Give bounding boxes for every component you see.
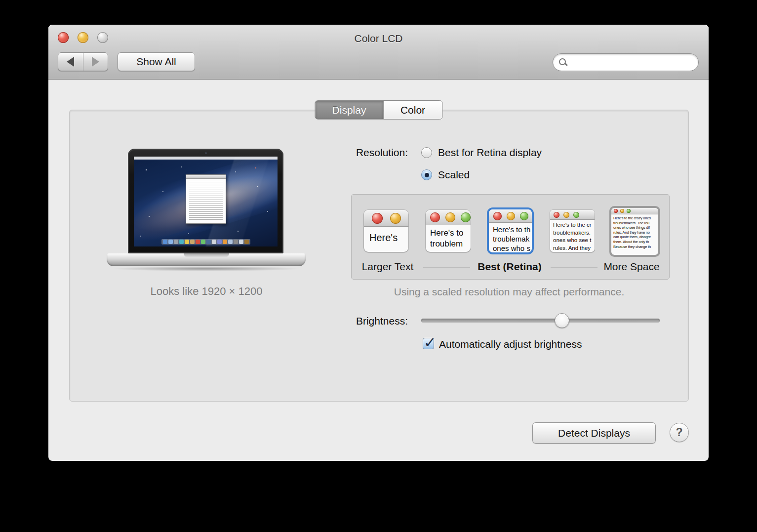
checkmark-icon: ✓: [424, 334, 436, 351]
thumb-titlebar: [550, 210, 595, 220]
back-button[interactable]: [58, 53, 83, 71]
camera-dot-icon: [205, 152, 207, 154]
brightness-slider[interactable]: [421, 313, 660, 328]
thumb-titlebar: [611, 208, 658, 214]
desktop-background: Color LCD Show All Display Color: [0, 0, 757, 532]
thumb-titlebar: [426, 210, 471, 225]
radio-best-for-retina[interactable]: [421, 147, 432, 158]
titlebar: Color LCD Show All: [48, 25, 709, 80]
mini-window-titlebar: [186, 175, 226, 179]
help-button[interactable]: ?: [670, 423, 689, 442]
label-divider: [423, 267, 470, 268]
radio-scaled[interactable]: [421, 169, 432, 180]
brightness-knob[interactable]: [555, 313, 569, 328]
show-all-button[interactable]: Show All: [118, 52, 195, 71]
laptop-base: [107, 253, 306, 266]
best-retina-label: Best (Retina): [465, 261, 554, 273]
more-space-label: More Space: [587, 261, 676, 273]
auto-brightness-checkbox[interactable]: ✓: [423, 338, 434, 349]
thumb-titlebar: [364, 210, 408, 227]
tab-display[interactable]: Display: [315, 101, 383, 119]
radio-scaled-label: Scaled: [438, 169, 470, 181]
detect-displays-button[interactable]: Detect Displays: [532, 422, 656, 444]
scaled-option-more-space[interactable]: Here's to the crazy ones troublemakers. …: [609, 206, 660, 257]
auto-brightness-label: Automatically adjust brightness: [439, 338, 582, 350]
radio-row-scaled: Scaled: [421, 169, 470, 181]
brightness-track[interactable]: [421, 319, 660, 323]
scaled-option-larger-text[interactable]: Here's: [364, 210, 408, 252]
thumb-titlebar: [489, 209, 532, 223]
tab-bar: Display Color: [315, 100, 442, 120]
scaled-option-2[interactable]: Here's to troublem: [426, 210, 471, 252]
color-lcd-preferences-window: Color LCD Show All Display Color: [48, 25, 709, 461]
scaled-options-box: Here's Here's to troublem Here's to th t: [351, 194, 670, 280]
forward-button[interactable]: [83, 53, 108, 71]
looks-like-label: Looks like 1920 × 1200: [108, 285, 305, 298]
label-divider: [551, 267, 598, 268]
scaled-option-best-retina-selected[interactable]: Here's to th troublemak ones who s: [487, 207, 534, 254]
window-title: Color LCD: [48, 33, 709, 44]
scaled-option-4[interactable]: Here's to the cr troublemakers. ones who…: [550, 210, 595, 252]
display-settings-panel: Looks like 1920 × 1200 Resolution: Best …: [69, 110, 689, 402]
thumb-window: Here's to th troublemak ones who s: [489, 209, 532, 252]
display-preview-image: [128, 149, 283, 253]
mini-dock: [161, 239, 250, 245]
scaled-resolution-note: Using a scaled resolution may affect per…: [361, 286, 657, 298]
brightness-label: Brightness:: [260, 315, 408, 327]
history-nav: [58, 52, 108, 71]
search-input[interactable]: [568, 54, 698, 71]
mini-textedit-window: [186, 174, 226, 224]
thumb-window: Here's to the crazy ones troublemakers. …: [611, 208, 658, 255]
back-icon: [67, 57, 74, 67]
mini-window-text: [189, 182, 223, 220]
resolution-label: Resolution:: [260, 147, 408, 159]
larger-text-label: Larger Text: [343, 261, 432, 273]
laptop-shadow: [112, 266, 301, 271]
forward-icon: [92, 57, 99, 67]
search-field[interactable]: [553, 53, 699, 71]
tab-color[interactable]: Color: [383, 101, 442, 119]
search-icon: [559, 58, 568, 67]
radio-row-best: Best for Retina display: [421, 147, 542, 159]
laptop-notch: [184, 253, 229, 257]
radio-best-label: Best for Retina display: [438, 147, 542, 159]
mini-menubar: [134, 157, 278, 160]
laptop-screen: [134, 157, 278, 246]
